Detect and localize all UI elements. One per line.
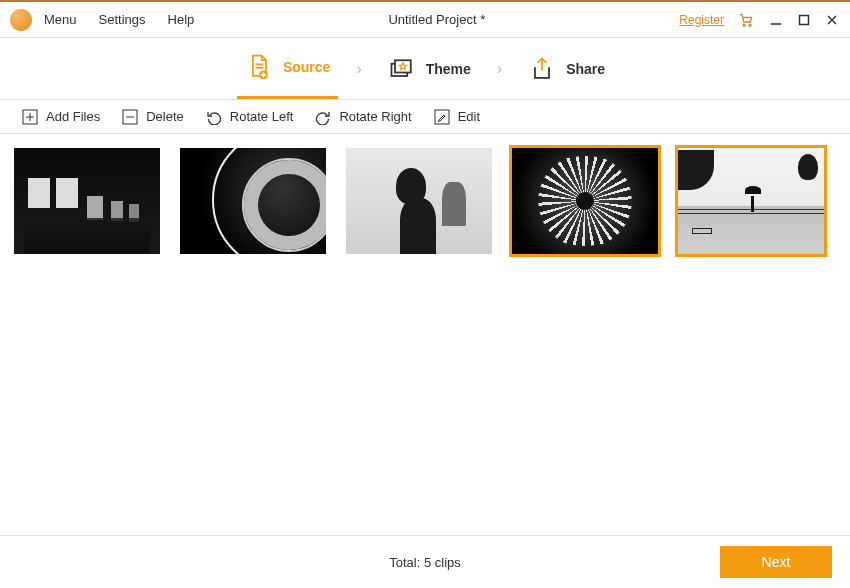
footer: Total: 5 clips Next xyxy=(0,536,850,588)
chevron-right-icon: › xyxy=(356,60,361,78)
title-right: Register xyxy=(679,10,840,30)
add-files-button[interactable]: Add Files xyxy=(22,109,100,125)
svg-point-1 xyxy=(749,24,751,26)
clip-thumbnail[interactable] xyxy=(346,148,492,254)
minus-box-icon xyxy=(122,109,138,125)
delete-button[interactable]: Delete xyxy=(122,109,184,125)
main-menu: Menu Settings Help xyxy=(44,12,194,27)
register-link[interactable]: Register xyxy=(679,13,724,27)
cart-icon[interactable] xyxy=(736,10,756,30)
step-source-label: Source xyxy=(283,59,330,75)
rotate-left-icon xyxy=(206,109,222,125)
theme-icon xyxy=(388,55,416,83)
step-share-label: Share xyxy=(566,61,605,77)
step-share[interactable]: Share xyxy=(520,38,613,99)
clip-thumbnail[interactable] xyxy=(678,148,824,254)
plus-box-icon xyxy=(22,109,38,125)
edit-icon xyxy=(434,109,450,125)
step-nav: Source › Theme › Share xyxy=(0,38,850,100)
close-icon[interactable] xyxy=(824,12,840,28)
add-files-label: Add Files xyxy=(46,109,100,124)
rotate-right-label: Rotate Right xyxy=(339,109,411,124)
step-source[interactable]: Source xyxy=(237,38,338,99)
gallery xyxy=(0,134,850,536)
rotate-right-icon xyxy=(315,109,331,125)
menu-menu[interactable]: Menu xyxy=(44,12,77,27)
rotate-left-label: Rotate Left xyxy=(230,109,294,124)
menu-help[interactable]: Help xyxy=(168,12,195,27)
clip-count: Total: 5 clips xyxy=(389,555,461,570)
delete-label: Delete xyxy=(146,109,184,124)
source-icon xyxy=(245,53,273,81)
share-icon xyxy=(528,55,556,83)
rotate-right-button[interactable]: Rotate Right xyxy=(315,109,411,125)
maximize-icon[interactable] xyxy=(796,12,812,28)
titlebar: Menu Settings Help Untitled Project * Re… xyxy=(0,0,850,38)
clip-thumbnail[interactable] xyxy=(180,148,326,254)
step-theme-label: Theme xyxy=(426,61,471,77)
clip-thumbnail[interactable] xyxy=(512,148,658,254)
rotate-left-button[interactable]: Rotate Left xyxy=(206,109,294,125)
edit-button[interactable]: Edit xyxy=(434,109,480,125)
svg-point-0 xyxy=(743,24,745,26)
minimize-icon[interactable] xyxy=(768,12,784,28)
chevron-right-icon: › xyxy=(497,60,502,78)
edit-label: Edit xyxy=(458,109,480,124)
app-icon xyxy=(10,9,32,31)
clip-thumbnail[interactable] xyxy=(14,148,160,254)
toolbar: Add Files Delete Rotate Left Rotate Righ… xyxy=(0,100,850,134)
project-title: Untitled Project * xyxy=(194,12,679,27)
step-theme[interactable]: Theme xyxy=(380,38,479,99)
svg-rect-3 xyxy=(800,15,809,24)
next-button[interactable]: Next xyxy=(720,546,832,578)
menu-settings[interactable]: Settings xyxy=(99,12,146,27)
